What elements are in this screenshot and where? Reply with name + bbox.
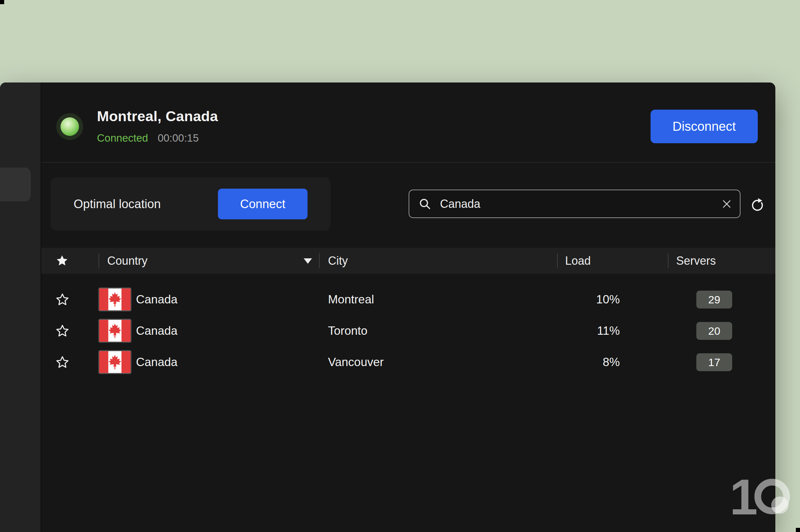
column-header-servers[interactable]: Servers	[676, 248, 716, 274]
server-row-toronto[interactable]: Canada Toronto 11% 20	[41, 315, 775, 346]
sidebar-item-selected[interactable]	[0, 168, 31, 202]
search-input[interactable]	[439, 197, 717, 211]
connection-timer: 00:00:15	[158, 132, 199, 144]
row-country: Canada	[136, 284, 178, 315]
header-divider	[41, 162, 775, 163]
optimal-location-label: Optimal location	[74, 177, 161, 230]
favorites-column-star-icon[interactable]	[56, 254, 69, 268]
search-field	[408, 190, 741, 218]
server-row-vancouver[interactable]: Canada Vancouver 8% 17	[41, 346, 775, 378]
row-servers-badge: 20	[696, 322, 732, 340]
favorite-star-icon[interactable]	[55, 355, 70, 369]
sidebar	[0, 82, 41, 532]
column-divider	[98, 253, 99, 268]
connect-button[interactable]: Connect	[218, 189, 308, 219]
screen-corner-artifact-top-left	[0, 0, 4, 4]
close-icon	[721, 198, 733, 210]
canada-flag-icon	[99, 320, 130, 342]
row-city: Montreal	[328, 284, 374, 315]
server-row-montreal[interactable]: Canada Montreal 10% 29	[41, 284, 775, 315]
watermark-dot	[771, 496, 788, 514]
row-city: Vancouver	[328, 346, 384, 378]
connected-location-title: Montreal, Canada	[97, 108, 218, 125]
connection-status-line: Connected 00:00:15	[97, 132, 199, 144]
column-header-city[interactable]: City	[328, 248, 348, 274]
row-servers-badge: 29	[696, 291, 732, 308]
refresh-icon	[749, 196, 766, 213]
column-divider	[668, 253, 669, 268]
column-divider	[319, 253, 320, 268]
refresh-server-list-button[interactable]	[749, 196, 766, 213]
row-servers-badge: 17	[696, 353, 732, 371]
clear-search-button[interactable]	[721, 198, 733, 210]
canada-flag-icon	[99, 288, 130, 310]
canada-flag-icon	[99, 351, 130, 373]
search-icon	[418, 197, 432, 211]
optimal-location-panel: Optimal location Connect	[51, 177, 330, 230]
row-country: Canada	[136, 346, 178, 378]
ten-logo-watermark: 1	[729, 474, 796, 527]
row-load: 11%	[556, 315, 620, 346]
vpn-app-window: Montreal, Canada Connected 00:00:15 Disc…	[0, 82, 775, 532]
sort-descending-icon[interactable]	[304, 258, 312, 264]
row-country: Canada	[136, 315, 178, 346]
server-table-header: Country City Load Servers	[41, 248, 775, 274]
row-city: Toronto	[328, 315, 367, 346]
favorite-star-icon[interactable]	[55, 324, 70, 338]
favorite-star-icon[interactable]	[55, 292, 70, 307]
screen-corner-artifact-bottom-right	[796, 528, 800, 532]
watermark-numeral: 1	[730, 474, 758, 525]
disconnect-button[interactable]: Disconnect	[651, 110, 758, 143]
row-load: 10%	[556, 284, 620, 315]
row-load: 8%	[556, 346, 620, 378]
column-divider	[557, 253, 558, 268]
connection-status-dot	[60, 117, 79, 136]
connection-state-label: Connected	[97, 132, 148, 144]
column-header-load[interactable]: Load	[565, 248, 591, 274]
column-header-country[interactable]: Country	[107, 248, 147, 274]
